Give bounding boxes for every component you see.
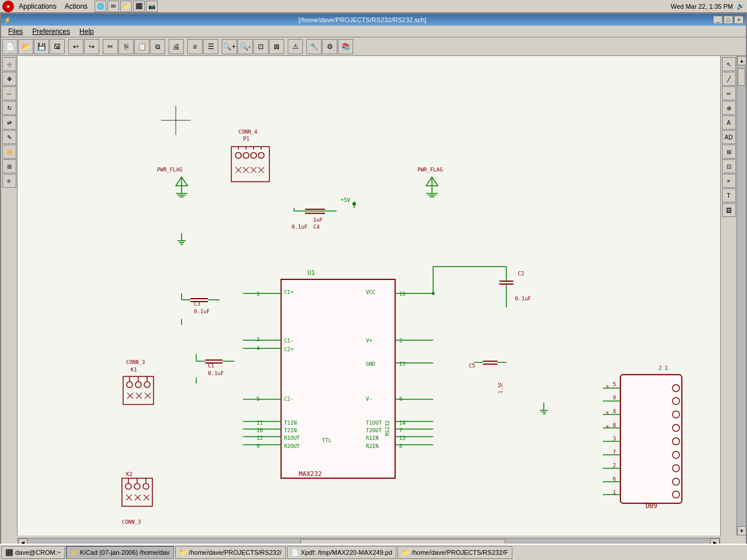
svg-text:CONN_3: CONN_3	[126, 359, 145, 365]
zoom-fit-button[interactable]: ⊡	[253, 39, 268, 54]
screenshot-icon[interactable]: 📷	[146, 1, 158, 12]
redo-button[interactable]: ↪	[84, 39, 99, 54]
os-menu-applications[interactable]: Applications	[15, 1, 60, 12]
paste-button[interactable]: 📋	[134, 39, 149, 54]
schematic-canvas[interactable]: PWR_FLAG PWR_FLAG CONN_4 P1	[18, 56, 720, 536]
netname-tool[interactable]: ≡	[2, 174, 16, 188]
netlist-button[interactable]: ≡	[187, 39, 203, 54]
bom-button[interactable]: ☰	[203, 39, 218, 54]
arrow-tool[interactable]: ↖	[722, 57, 736, 71]
svg-text:1.5F: 1.5F	[498, 382, 504, 393]
svg-point-190	[143, 484, 149, 489]
drag-tool[interactable]: ↔	[2, 86, 16, 100]
rotate-tool[interactable]: ↻	[2, 101, 16, 115]
svg-text:9: 9	[613, 395, 616, 401]
svg-text:3: 3	[613, 436, 616, 442]
taskbar-folder2[interactable]: 📁 /home/dave/PROJECTS/RS232/F	[397, 546, 512, 559]
undo-button[interactable]: ↩	[68, 39, 83, 54]
duplicate-button[interactable]: ⧉	[150, 39, 165, 54]
menu-preferences[interactable]: Preferences	[27, 27, 75, 36]
mirror-tool[interactable]: ⇌	[2, 116, 16, 130]
svg-text:T1IN: T1IN	[284, 420, 297, 426]
open-button[interactable]: 📂	[18, 39, 33, 54]
svg-text:1: 1	[613, 489, 616, 495]
svg-text:PWR_FLAG: PWR_FLAG	[157, 167, 182, 173]
svg-text:K2: K2	[126, 471, 132, 477]
svg-point-17	[235, 152, 241, 158]
taskbar-terminal[interactable]: ⬛ dave@CROM:~	[1, 546, 65, 559]
folder-icon[interactable]: 📁	[120, 1, 132, 12]
taskbar-terminal-label: dave@CROM:~	[15, 549, 61, 556]
taskbar-kicad[interactable]: ⚡ KiCad (07-jan-2006) /home/dav	[66, 546, 173, 559]
svg-text:12: 12	[257, 435, 263, 441]
svg-text:R1OUT: R1OUT	[284, 435, 301, 441]
print-button[interactable]: 🖨	[169, 39, 184, 54]
label-tool[interactable]: A	[722, 116, 736, 130]
new-button[interactable]: 📄	[2, 39, 18, 54]
select-tool[interactable]: ⊹	[2, 57, 16, 71]
save-as-button[interactable]: 💾	[34, 39, 49, 54]
cut-button[interactable]: ✂	[103, 39, 118, 54]
vertical-scrollbar[interactable]: ▲ ▼	[736, 56, 746, 536]
kicad-window: ⚡ [/home/dave/PROJECTS/RS232/RS232.sch] …	[0, 13, 747, 560]
svg-text:C4: C4	[313, 224, 320, 230]
copy-button[interactable]: ⎘	[118, 39, 134, 54]
right-toolbar: ↖ ╱ ═ ⊕ A AD ⊞ ⊡ × T 🖼	[720, 56, 736, 536]
glabel-tool[interactable]: AD	[722, 130, 736, 144]
svg-text:11: 11	[257, 420, 263, 426]
image-tool[interactable]: 🖼	[722, 203, 736, 217]
scroll-down-button[interactable]: ▼	[737, 526, 746, 536]
highlight-tool[interactable]: 🔆	[2, 145, 16, 159]
svg-point-18	[243, 152, 249, 158]
scroll-thumb[interactable]	[738, 68, 745, 86]
svg-text:1uF: 1uF	[313, 217, 323, 223]
minimize-button[interactable]: _	[713, 16, 722, 24]
maximize-button[interactable]: □	[724, 16, 733, 24]
taskbar: ⬛ dave@CROM:~ ⚡ KiCad (07-jan-2006) /hom…	[0, 544, 747, 560]
taskbar-kicad-label: KiCad (07-jan-2006) /home/dav	[80, 549, 169, 556]
menu-help[interactable]: Help	[75, 27, 99, 36]
scroll-up-button[interactable]: ▲	[737, 56, 746, 65]
svg-text:DB9: DB9	[645, 502, 657, 510]
svg-text:6: 6	[613, 476, 616, 482]
mail-icon[interactable]: ✉	[107, 1, 119, 12]
svg-text:7: 7	[613, 449, 616, 455]
add-component[interactable]: ⊞	[722, 145, 736, 159]
svg-text:1: 1	[257, 291, 260, 297]
svg-point-20	[259, 152, 264, 158]
svg-text:J 1: J 1	[658, 365, 668, 371]
move-tool[interactable]: ✥	[2, 72, 16, 86]
close-x[interactable]: ×	[722, 174, 736, 188]
zoom-out-button[interactable]: 🔍-	[238, 39, 253, 54]
text-tool[interactable]: T	[722, 188, 736, 202]
hierarchy-tool[interactable]: ⊞	[2, 159, 16, 173]
junction-tool[interactable]: ⊕	[722, 101, 736, 115]
svg-text:U1: U1	[308, 269, 315, 276]
svg-text:13: 13	[399, 435, 406, 441]
svg-point-49	[135, 382, 141, 387]
kicad-title-left: ⚡	[4, 16, 12, 24]
tools-button[interactable]: 🔧	[306, 39, 322, 54]
terminal-icon: ⬛	[5, 549, 13, 556]
svg-text:×: ×	[606, 424, 609, 429]
os-menu-actions[interactable]: Actions	[61, 1, 91, 12]
svg-text:8: 8	[399, 443, 402, 449]
menu-files[interactable]: Files	[4, 27, 27, 36]
library-button[interactable]: 📚	[338, 39, 353, 54]
browser-icon[interactable]: 🌐	[95, 1, 106, 12]
drc-button[interactable]: ⚠	[288, 39, 303, 54]
edit-tool[interactable]: ✎	[2, 130, 16, 144]
close-button[interactable]: ×	[734, 16, 743, 24]
scroll-track[interactable]	[737, 65, 746, 526]
taskbar-folder1[interactable]: 📁 /home/dave/PROJECTS/RS232/	[175, 546, 286, 559]
taskbar-xpdf[interactable]: 📄 Xpdf: /tmp/MAX220-MAX249.pd	[287, 546, 397, 559]
add-power[interactable]: ⊡	[722, 159, 736, 173]
zoom-in-button[interactable]: 🔍+	[222, 39, 237, 54]
zoom-select-button[interactable]: ⊠	[269, 39, 284, 54]
bus-tool[interactable]: ═	[722, 86, 736, 100]
settings-button[interactable]: ⚙	[322, 39, 337, 54]
svg-text:C2-: C2-	[284, 396, 294, 402]
terminal-icon[interactable]: ⬛	[133, 1, 145, 12]
wire-tool[interactable]: ╱	[722, 72, 736, 86]
save-button[interactable]: 🖫	[50, 39, 65, 54]
